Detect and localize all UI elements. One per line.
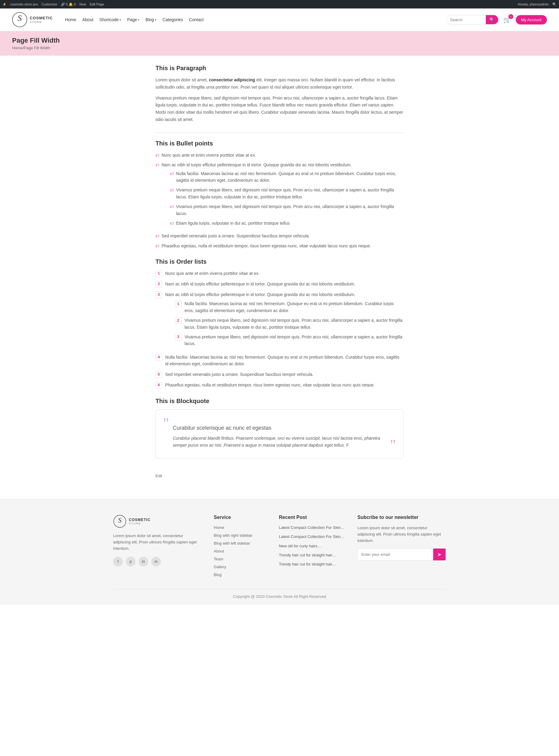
nav-home[interactable]: Home (65, 17, 76, 22)
list-item: 🏷 Nulla facilisi. Maecenas lacinia ac ni… (170, 170, 404, 184)
instagram-icon[interactable]: in (138, 557, 148, 566)
admin-site-link[interactable]: cosmetic-store-pro (10, 2, 38, 6)
list-item: Home (214, 525, 267, 530)
list-item: Gallery (214, 564, 267, 569)
nav-blog[interactable]: Blog ▾ (146, 17, 156, 22)
list-item: 🏷 Vivamus pretium neque libero, sed dign… (170, 187, 404, 200)
order-num: 2 (155, 281, 162, 288)
blockquote-heading: Curabitur scelerisque ac nunc et egestas (173, 425, 392, 431)
search-button[interactable]: 🔍 (486, 15, 498, 24)
blockquote-box: " Curabitur scelerisque ac nunc et egest… (155, 409, 404, 459)
footer-col-brand: S COSMETIC STORE Lorem ipsum dolor sit a… (113, 515, 202, 580)
footer-description: Lorem ipsum dolor sit amet, consectetur … (113, 533, 202, 552)
service-link-blog-right[interactable]: Blog with right sidebar (214, 533, 252, 538)
footer-logo-text: COSMETIC (129, 518, 150, 522)
order-num: 4 (155, 354, 162, 361)
list-item: 🏷 Vivamus pretium neque libero, sed dign… (170, 203, 404, 217)
order-list: 1 Nunc quis ante et enim viverra porttit… (155, 270, 404, 389)
blog-arrow: ▾ (155, 18, 156, 21)
footer-service-links: Home Blog with right sidebar Blog with l… (214, 525, 267, 577)
recent-post-link[interactable]: Trendy hair cut for straight hair… (279, 552, 345, 558)
svg-text:S: S (118, 517, 121, 524)
order-num: 6 (155, 382, 162, 389)
nav-about[interactable]: About (82, 17, 93, 22)
service-link-home[interactable]: Home (214, 525, 224, 530)
order-num: 3 (175, 334, 181, 341)
list-item: 🏷 Nunc quis ante et enim viverra porttit… (155, 152, 404, 158)
footer-logo-icon: S (113, 515, 127, 528)
list-item: 2 Nam ac nibh id turpis efficitur pellen… (155, 281, 404, 288)
main-content: This is Paragraph Lorem ipsum dolor sit … (143, 65, 416, 490)
cart-badge: 1 (509, 14, 513, 19)
recent-post-link[interactable]: Latest Compact Collection For Skin… (279, 534, 345, 540)
quote-close-icon: " (390, 438, 396, 452)
admin-customize-link[interactable]: Customize (41, 2, 57, 6)
order-num: 2 (175, 317, 181, 324)
recent-post-link[interactable]: New olil for curly hairs… (279, 544, 345, 549)
list-item: About (214, 549, 267, 553)
linkedin-icon[interactable]: in (151, 557, 161, 566)
footer-grid: S COSMETIC STORE Lorem ipsum dolor sit a… (113, 515, 446, 580)
list-item: 🏷 Phasellus egestas, nulla et vestibulum… (155, 243, 404, 249)
list-item: Team (214, 556, 267, 561)
bullet-icon: 🏷 (170, 221, 174, 227)
admin-user: Howdy, phpmyadmin (518, 2, 549, 6)
recent-post-item: Trendy hair cut for straight hair… (279, 552, 345, 558)
list-item: 2 Vivamus pretium neque libero, sed dign… (175, 317, 404, 330)
list-item: 🏷 Sed imperdiet venenatis justo a ornare… (155, 232, 404, 239)
newsletter-email-input[interactable] (358, 549, 433, 560)
nav-categories[interactable]: Categories (162, 17, 183, 22)
admin-search-icon[interactable]: 🔍 (552, 2, 557, 6)
admin-icons-group: 🔗 6 🔔 0 (61, 2, 75, 6)
footer-service-title: Service (214, 515, 267, 520)
admin-new-link[interactable]: New (79, 2, 86, 6)
logo-text: COSMETIC (30, 16, 53, 21)
nav-shortcode[interactable]: Shortcode ▾ (99, 17, 121, 22)
list-item: 1 Nulla facilisi. Maecenas lacinia ac ni… (175, 300, 404, 314)
edit-link[interactable]: Edit (155, 474, 162, 478)
recent-post-item: Latest Compact Collection For Skin… (279, 534, 345, 540)
service-link-team[interactable]: Team (214, 557, 224, 561)
blockquote-title: This is Blockquote (155, 398, 404, 405)
order-title: This is Order lists (155, 258, 404, 265)
service-link-blog-left[interactable]: Blog with left sidebar (214, 541, 250, 546)
bullet-icon: 🏷 (170, 204, 174, 210)
list-item: Blog (214, 572, 267, 577)
nested-bullet-list: 🏷 Nulla facilisi. Maecenas lacinia ac ni… (170, 170, 404, 227)
nav-page[interactable]: Page ▾ (127, 17, 139, 22)
facebook-icon[interactable]: f (113, 557, 123, 566)
nav-contact[interactable]: Contact (189, 17, 204, 22)
cart-icon[interactable]: 🛒 1 (504, 16, 511, 23)
search-area: 🔍 (446, 15, 498, 24)
main-nav: Home About Shortcode ▾ Page ▾ Blog ▾ Cat… (65, 17, 440, 22)
list-item: Blog with right sidebar (214, 533, 267, 538)
service-link-gallery[interactable]: Gallery (214, 565, 226, 569)
recent-post-link[interactable]: Trendy hair cut for straight hair… (279, 562, 345, 567)
admin-editpage-link[interactable]: Edit Page (90, 2, 104, 6)
copyright-text: Copyright @ 2023 Cosmetic Store All Righ… (233, 594, 326, 599)
newsletter-submit-button[interactable]: ➤ (433, 549, 446, 560)
paragraph-section: This is Paragraph Lorem ipsum dolor sit … (155, 65, 404, 123)
footer-newsletter-title: Subcribe to our newsletter (357, 515, 446, 520)
bullet-icon: 🏷 (155, 162, 159, 168)
list-item: 🏷 Nam ac nibh id turpis efficitur pellen… (155, 161, 404, 230)
logo: S COSMETIC STORE (12, 12, 53, 27)
admin-bar: ⚡ cosmetic-store-pro Customize 🔗 6 🔔 0 N… (0, 0, 559, 8)
list-item: 6 Phasellus egestas, nulla et vestibulum… (155, 382, 404, 389)
bullet-list: 🏷 Nunc quis ante et enim viverra porttit… (155, 152, 404, 249)
service-link-about[interactable]: About (214, 549, 224, 553)
footer-recent-title: Recent Post (279, 515, 345, 520)
logo-sub: STORE (30, 21, 53, 24)
footer-logo-sub: STORE (129, 522, 150, 525)
footer-col-service: Service Home Blog with right sidebar Blo… (214, 515, 267, 580)
my-account-button[interactable]: My Account (516, 15, 547, 24)
recent-post-item: Trendy hair cut for straight hair… (279, 562, 345, 567)
search-input[interactable] (446, 16, 486, 24)
pinterest-icon[interactable]: p (126, 557, 135, 566)
bullet-icon: 🏷 (155, 233, 159, 239)
breadcrumb: Home/Page Fill Width (12, 46, 547, 50)
page-title: Page Fill Width (12, 37, 547, 44)
nested-order-list: 1 Nulla facilisi. Maecenas lacinia ac ni… (175, 300, 404, 347)
recent-post-link[interactable]: Latest Compact Collection For Skin… (279, 525, 345, 530)
service-link-blog[interactable]: Blog (214, 572, 222, 577)
